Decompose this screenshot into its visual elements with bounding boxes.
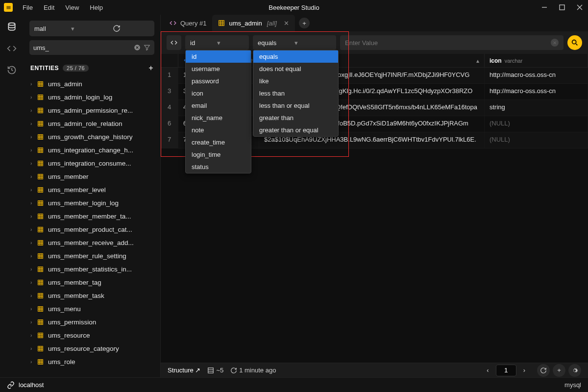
sidebar-entity-item[interactable]: ›ums_resource_category xyxy=(24,342,160,355)
dropdown-item[interactable]: less than xyxy=(253,87,338,99)
chevron-right-icon: › xyxy=(30,359,37,365)
entity-name: ums_integration_consume... xyxy=(48,160,131,167)
close-tab-icon[interactable]: ✕ xyxy=(284,20,289,27)
operator-dropdown: equalsdoes not equallikeless thanless th… xyxy=(253,50,339,137)
sidebar-entity-item[interactable]: ›ums_growth_change_history xyxy=(24,130,160,144)
refresh-table-button[interactable] xyxy=(537,364,550,377)
entity-search[interactable] xyxy=(29,40,154,55)
clear-search-icon[interactable] xyxy=(134,44,141,51)
sidebar-entity-item[interactable]: ›ums_member_level xyxy=(24,183,160,196)
entities-header: ENTITIES 25 / 76 + xyxy=(24,59,160,75)
sidebar-entity-item[interactable]: ›ums_member_receive_add... xyxy=(24,236,160,249)
database-selector[interactable]: mall ▾ xyxy=(29,21,154,36)
sidebar-entity-item[interactable]: ›ums_role xyxy=(24,355,160,368)
sort-icon[interactable]: ▴ xyxy=(476,57,479,64)
refresh-icon[interactable] xyxy=(113,24,149,32)
filter-toggle-button[interactable] xyxy=(167,35,181,50)
dropdown-item[interactable]: status xyxy=(186,161,251,173)
table-icon xyxy=(37,81,44,87)
next-page-button[interactable]: › xyxy=(520,366,528,375)
dropdown-item[interactable]: does not equal xyxy=(253,63,338,75)
sidebar-entity-item[interactable]: ›ums_menu xyxy=(24,302,160,316)
cell-icon[interactable]: http://macro-oss.oss-cn xyxy=(485,68,588,83)
sidebar-entity-item[interactable]: ›ums_resource xyxy=(24,329,160,342)
svg-rect-5 xyxy=(38,108,43,113)
prev-page-button[interactable]: ‹ xyxy=(484,366,491,375)
sidebar-entity-item[interactable]: ›ums_permission xyxy=(24,316,160,329)
dropdown-item[interactable]: login_time xyxy=(186,148,251,161)
dropdown-item[interactable]: username xyxy=(186,63,251,75)
sidebar-entity-item[interactable]: ›ums_admin_role_relation xyxy=(24,117,160,130)
svg-rect-3 xyxy=(38,82,43,87)
sidebar-entity-item[interactable]: ›ums_member_member_ta... xyxy=(24,210,160,223)
add-entity-button[interactable]: + xyxy=(148,64,153,73)
sidebar-entity-item[interactable]: ›ums_member_rule_setting xyxy=(24,249,160,263)
column-header-icon[interactable]: iconvarchar xyxy=(485,54,588,67)
cell-icon[interactable]: string xyxy=(485,100,588,116)
dropdown-item[interactable]: greater than xyxy=(253,112,338,124)
close-button[interactable] xyxy=(575,3,584,12)
chevron-right-icon: › xyxy=(30,174,37,179)
sidebar-entity-item[interactable]: ›ums_member_tag xyxy=(24,276,160,289)
structure-button[interactable]: Structure ↗ xyxy=(168,367,200,374)
entity-name: ums_member_login_log xyxy=(48,199,119,207)
menu-help[interactable]: Help xyxy=(90,4,103,11)
run-filter-button[interactable] xyxy=(567,35,582,50)
sidebar-entity-item[interactable]: ›ums_member_login_log xyxy=(24,196,160,210)
dropdown-item[interactable]: note xyxy=(186,124,251,136)
dropdown-item[interactable]: email xyxy=(186,99,251,112)
clear-filter-icon[interactable]: ✕ xyxy=(551,39,559,47)
sidebar-entity-item[interactable]: ›ums_member xyxy=(24,170,160,183)
filter-operator-select[interactable]: equals▾ equalsdoes not equallikeless tha… xyxy=(253,35,336,50)
dropdown-item[interactable]: equals xyxy=(253,50,338,63)
add-row-button[interactable]: + xyxy=(553,364,565,377)
chevron-right-icon: › xyxy=(30,121,37,126)
sidebar-entity-item[interactable]: ›ums_admin_login_log xyxy=(24,91,160,104)
dropdown-item[interactable]: id xyxy=(186,50,251,63)
dropdown-item[interactable]: password xyxy=(186,75,251,87)
dropdown-item[interactable]: greater than or equal xyxy=(253,124,338,136)
dropdown-item[interactable]: icon xyxy=(186,87,251,99)
tab-query[interactable]: Query #1 xyxy=(164,15,212,31)
filter-column-select[interactable]: id▾ idusernamepasswordiconemailnick_name… xyxy=(185,35,249,50)
entity-name: ums_member_level xyxy=(48,186,106,194)
minimize-button[interactable] xyxy=(540,3,549,12)
menu-view[interactable]: View xyxy=(65,4,79,11)
sidebar-entity-item[interactable]: ›ums_admin_permission_re... xyxy=(24,104,160,117)
svg-rect-24 xyxy=(38,360,43,365)
filter-icon[interactable] xyxy=(144,44,150,51)
menu-edit[interactable]: Edit xyxy=(44,4,54,11)
cell-icon[interactable]: (NULL) xyxy=(485,116,588,132)
entity-search-input[interactable] xyxy=(33,44,131,51)
dropdown-item[interactable]: create_time xyxy=(186,136,251,148)
dropdown-item[interactable]: less than or equal xyxy=(253,99,338,112)
connection-status[interactable]: localhost xyxy=(7,381,44,389)
filter-value-input[interactable] xyxy=(345,39,551,47)
entity-count-badge: 25 / 76 xyxy=(63,65,89,72)
table-settings-button[interactable] xyxy=(568,364,581,377)
svg-rect-23 xyxy=(38,346,43,351)
sidebar-entity-item[interactable]: ›ums_admin xyxy=(24,77,160,91)
add-tab-button[interactable]: + xyxy=(299,18,310,28)
sidebar-entity-item[interactable]: ›ums_member_statistics_in... xyxy=(24,263,160,276)
tab-table[interactable]: ums_admin [all] ✕ xyxy=(212,15,294,31)
cell-icon[interactable]: http://macro-oss.oss-cn xyxy=(485,84,588,99)
history-icon[interactable] xyxy=(6,65,17,75)
svg-rect-0 xyxy=(560,5,564,10)
sidebar-entity-item[interactable]: ›ums_integration_change_h... xyxy=(24,144,160,157)
sidebar-entity-item[interactable]: ›ums_member_task xyxy=(24,289,160,302)
table-footer: Structure ↗ ~5 1 minute ago ‹ › + xyxy=(161,363,588,377)
sidebar-entity-item[interactable]: ›ums_integration_consume... xyxy=(24,157,160,170)
app-menu: File Edit View Help xyxy=(23,4,103,11)
sidebar-entity-item[interactable]: ›ums_member_product_cat... xyxy=(24,223,160,236)
maximize-button[interactable] xyxy=(558,3,566,12)
database-icon[interactable] xyxy=(6,22,17,32)
svg-rect-10 xyxy=(38,174,43,179)
dropdown-item[interactable]: nick_name xyxy=(186,112,251,124)
cell-icon[interactable]: (NULL) xyxy=(485,132,588,148)
code-icon[interactable] xyxy=(6,43,17,54)
entity-name: ums_member_task xyxy=(48,292,104,299)
menu-file[interactable]: File xyxy=(23,4,33,11)
dropdown-item[interactable]: like xyxy=(253,75,338,87)
page-input[interactable] xyxy=(496,365,516,376)
